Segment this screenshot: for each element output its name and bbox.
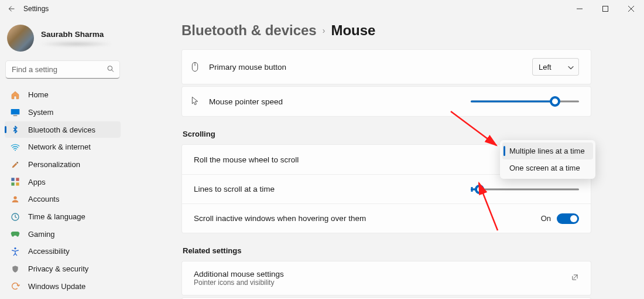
svg-rect-10 [16,183,19,186]
sidebar-item-accessibility[interactable]: Accessibility [5,243,121,260]
bluetooth-icon [11,125,20,134]
window-controls [567,0,644,18]
toggle-state-label: On [541,214,551,223]
brush-icon [11,160,20,169]
sidebar-item-home[interactable]: Home [5,87,121,103]
svg-rect-1 [603,6,608,12]
close-icon [628,6,634,12]
gaming-icon [11,229,20,239]
svg-line-3 [112,70,114,72]
breadcrumb: Bluetooth & devices › Mouse [181,22,591,39]
svg-rect-8 [16,178,19,181]
primary-button-label: Primary mouse button [209,63,286,72]
pointer-speed-slider[interactable] [471,96,579,107]
sidebar-item-label: Network & internet [28,142,91,151]
system-icon [11,108,20,117]
sidebar-item-personalization[interactable]: Personalization [5,157,121,173]
roll-wheel-dropdown[interactable]: Multiple lines at a time One screen at a… [500,140,595,179]
apps-icon [11,177,20,186]
sidebar-item-gaming[interactable]: Gaming [5,226,121,242]
dropdown-option-one-screen[interactable]: One screen at a time [502,159,593,176]
accessibility-icon [11,247,20,256]
sidebar-item-network[interactable]: Network & internet [5,139,121,155]
user-block[interactable]: Saurabh Sharma [5,22,121,57]
accounts-icon [11,195,20,204]
dropdown-option-multiple-lines[interactable]: Multiple lines at a time [502,142,593,159]
minimize-icon [577,6,583,12]
maximize-icon [602,6,608,12]
close-button[interactable] [618,0,644,18]
additional-settings-sub: Pointer icons and visibility [194,278,563,287]
svg-rect-7 [11,178,14,181]
sidebar-item-label: Accounts [28,195,59,203]
sidebar-item-accounts[interactable]: Accounts [5,191,121,208]
additional-settings-label: Additional mouse settings [194,270,563,278]
page-title: Mouse [331,22,375,39]
shield-icon [11,264,20,274]
home-icon [11,90,20,100]
user-name: Saurabh Sharma [41,30,111,39]
search-box [6,61,119,79]
search-input[interactable] [6,61,119,79]
lines-to-scroll-label: Lines to scroll at a time [194,185,275,193]
additional-mouse-settings-row[interactable]: Additional mouse settings Pointer icons … [181,261,591,295]
sidebar-item-system[interactable]: System [5,104,121,121]
sidebar-item-time-language[interactable]: Time & language [5,209,121,225]
sidebar-item-label: Time & language [28,212,85,221]
maximize-button[interactable] [592,0,618,18]
arrow-left-icon [8,5,16,13]
window-title: Settings [23,5,49,13]
lines-to-scroll-slider[interactable] [471,184,579,195]
sidebar-item-privacy[interactable]: Privacy & security [5,261,121,277]
cursor-icon [189,96,201,107]
slider-thumb[interactable] [550,96,560,107]
svg-point-11 [13,196,16,199]
user-email-hidden [41,41,111,47]
sidebar-item-label: Apps [28,178,46,186]
breadcrumb-parent[interactable]: Bluetooth & devices [181,22,317,39]
back-button[interactable] [5,2,19,16]
sidebar-item-label: Home [28,90,49,99]
svg-point-13 [14,247,16,249]
sidebar-item-label: System [28,108,53,117]
sidebar-item-label: Privacy & security [28,264,88,273]
scrolling-header: Scrolling [183,130,591,138]
minimize-button[interactable] [567,0,592,18]
select-value: Left [539,63,551,72]
svg-rect-9 [11,183,14,186]
svg-rect-4 [11,109,20,114]
wifi-icon [11,142,20,152]
sidebar-item-windows-update[interactable]: Windows Update [5,278,121,294]
svg-rect-5 [13,115,18,115]
mouse-icon [189,62,201,72]
sidebar-item-apps[interactable]: Apps [5,174,121,190]
sidebar-item-label: Personalization [28,160,80,169]
sidebar-item-label: Windows Update [28,282,85,291]
svg-point-6 [15,150,16,151]
sidebar-item-label: Bluetooth & devices [28,125,95,134]
time-icon [11,212,20,222]
roll-wheel-label: Roll the mouse wheel to scroll [194,155,299,164]
sidebar-item-label: Accessibility [28,247,70,256]
search-icon [107,65,115,75]
slider-thumb[interactable] [475,185,484,194]
update-icon [11,281,20,291]
chevron-down-icon [568,63,574,72]
scroll-inactive-label: Scroll inactive windows when hovering ov… [194,214,366,223]
pointer-speed-label: Mouse pointer speed [209,97,283,106]
primary-button-select[interactable]: Left [532,58,579,76]
sidebar-item-label: Gaming [28,230,55,239]
related-settings-header: Related settings [183,246,591,255]
avatar [7,25,34,52]
chevron-right-icon: › [323,26,326,35]
external-link-icon [571,273,579,283]
sidebar-item-bluetooth-devices[interactable]: Bluetooth & devices [5,121,121,138]
scroll-inactive-toggle[interactable] [557,213,579,224]
